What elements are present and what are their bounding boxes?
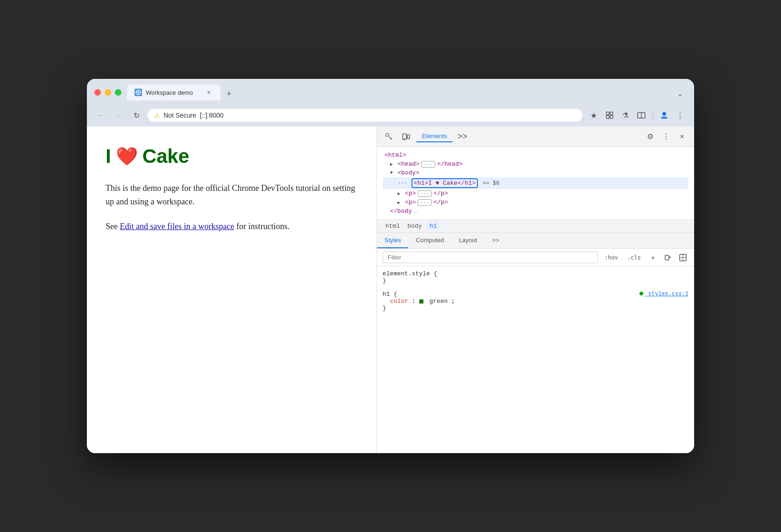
tab-styles[interactable]: Styles [377, 233, 408, 248]
heading-suffix: Cake [142, 145, 189, 168]
styles-tabs: Styles Computed Layout >> [377, 233, 694, 249]
forward-button[interactable]: → [112, 109, 125, 122]
p2-ellipsis[interactable]: ··· [418, 199, 432, 206]
dom-body-line[interactable]: ▼ <body> [383, 168, 689, 177]
tab-layout[interactable]: Layout [451, 233, 484, 248]
bookmark-icon[interactable]: ★ [587, 109, 600, 122]
tab-favicon [135, 89, 142, 96]
inspect-element-icon[interactable] [677, 252, 689, 263]
devtools-panel: Elements >> ⚙ ⋮ × <html> ▶ [376, 126, 694, 453]
title-bar: Workspace demo × + ⌄ [87, 79, 694, 105]
browser-tab[interactable]: Workspace demo × [127, 84, 220, 100]
h1-close-brace: } [383, 305, 689, 312]
address-url: [::]:8000 [200, 112, 224, 119]
breadcrumb-body[interactable]: body [405, 222, 425, 231]
h1-color-prop: color : green ; [383, 298, 689, 305]
reload-button[interactable]: ↻ [130, 109, 143, 122]
breadcrumb-html[interactable]: html [383, 222, 403, 231]
traffic-lights [94, 89, 121, 96]
devtools-toolbar-right: ⚙ ⋮ × [644, 130, 689, 143]
h1-element[interactable]: <h1>I ♥ Cake</h1> [412, 178, 478, 188]
back-button[interactable]: ← [94, 109, 107, 122]
svg-rect-2 [610, 112, 613, 115]
toolbar-icons: ★ ⚗ ⋮ [587, 109, 687, 122]
add-style-button[interactable]: + [647, 252, 659, 263]
tab-computed[interactable]: Computed [408, 233, 451, 248]
element-style-selector: element.style { [383, 270, 689, 277]
dom-head-line[interactable]: ▶ <head> ··· </head> [383, 160, 689, 168]
styles-panel: Styles Computed Layout >> :hov .cls + [377, 233, 694, 453]
workspace-link[interactable]: Edit and save files in a workspace [120, 222, 234, 231]
devtools-more-tabs[interactable]: >> [454, 130, 471, 143]
maximize-button[interactable] [115, 89, 121, 96]
expand-body-icon[interactable]: ▼ [390, 170, 396, 175]
close-button[interactable] [94, 89, 101, 96]
dom-tree: <html> ▶ <head> ··· </head> ▼ <body> ··· [377, 147, 694, 220]
expand-p2-icon[interactable]: ▶ [398, 200, 403, 205]
devtools-more-options[interactable]: ⋮ [660, 130, 673, 143]
h1-selector-line: h1 { styles.css:1 [383, 291, 689, 298]
svg-rect-3 [606, 116, 609, 119]
browser-toolbar: ← → ↻ ⚠ Not Secure [::]:8000 ★ ⚗ [87, 105, 694, 126]
styles-source-link[interactable]: styles.css:1 [639, 291, 689, 297]
h1-line-dots: ··· [398, 180, 408, 187]
page-paragraph-2: See Edit and save files in a workspace f… [106, 220, 358, 233]
minimize-button[interactable] [105, 89, 111, 96]
address-bar[interactable]: ⚠ Not Secure [::]:8000 [148, 109, 582, 122]
dom-body-close-line[interactable]: </body … [383, 207, 689, 216]
element-selector-icon[interactable] [383, 130, 396, 143]
page-content: I ❤️ Cake This is the demo page for the … [87, 126, 376, 453]
head-ellipsis[interactable]: ··· [421, 161, 435, 168]
devtools-toolbar: Elements >> ⚙ ⋮ × [377, 126, 694, 147]
devtools-settings-icon[interactable]: ⚙ [644, 130, 657, 143]
hov-button[interactable]: :hov [602, 253, 621, 262]
styles-filter-input[interactable] [383, 252, 598, 263]
device-toggle-icon[interactable] [399, 130, 412, 143]
expand-p1-icon[interactable]: ▶ [398, 191, 403, 196]
svg-point-11 [404, 138, 405, 139]
color-swatch-green[interactable] [419, 299, 424, 304]
menu-icon[interactable]: ⋮ [674, 109, 687, 122]
security-warning-icon: ⚠ [154, 112, 160, 119]
dom-html-line[interactable]: <html> [383, 151, 689, 160]
split-view-icon[interactable] [635, 109, 648, 122]
cls-button[interactable]: .cls [625, 253, 644, 262]
dom-p2-line[interactable]: ▶ <p> ··· </p> [383, 198, 689, 207]
element-style-close: } [383, 277, 689, 284]
devtools-close-icon[interactable]: × [675, 130, 689, 143]
svg-rect-12 [665, 255, 669, 260]
tab-title: Workspace demo [146, 89, 201, 96]
page-paragraph-1: This is the demo page for the official C… [106, 182, 358, 209]
dom-h1-line[interactable]: ··· <h1>I ♥ Cake</h1> == $0 [383, 177, 689, 189]
tab-elements[interactable]: Elements [416, 131, 453, 142]
svg-rect-8 [386, 133, 389, 136]
heart-icon: ❤️ [116, 146, 138, 167]
breadcrumb-h1[interactable]: h1 [426, 222, 440, 231]
svg-rect-4 [610, 116, 613, 119]
not-secure-label: Not Secure [163, 112, 196, 119]
styles-filter-row: :hov .cls + [377, 249, 694, 266]
svg-point-7 [662, 112, 666, 116]
heading-prefix: I [106, 145, 111, 168]
extensions-icon[interactable] [603, 109, 616, 122]
devtools-tabs: Elements >> [416, 130, 640, 143]
browser-window: Workspace demo × + ⌄ ← → ↻ ⚠ Not Secure … [87, 79, 694, 453]
title-bar-top: Workspace demo × + ⌄ [94, 84, 687, 100]
tabs-row: Workspace demo × + ⌄ [127, 84, 687, 100]
svg-rect-10 [407, 135, 410, 139]
styles-content: element.style { } h1 { st [377, 266, 694, 453]
p1-ellipsis[interactable]: ··· [418, 190, 432, 197]
new-tab-button[interactable]: + [222, 87, 235, 100]
dom-p1-line[interactable]: ▶ <p> ··· </p> [383, 189, 689, 198]
new-style-rule-icon[interactable] [662, 252, 674, 263]
tab-close-button[interactable]: × [205, 88, 213, 97]
tab-dropdown-button[interactable]: ⌄ [674, 87, 687, 100]
labs-icon[interactable]: ⚗ [619, 109, 632, 122]
profile-icon[interactable] [658, 109, 671, 122]
tab-more-styles[interactable]: >> [484, 233, 506, 248]
expand-head-icon[interactable]: ▶ [390, 161, 396, 167]
page-heading: I ❤️ Cake [106, 145, 358, 168]
breadcrumb-bar: html body h1 [377, 220, 694, 233]
toolbar-divider [653, 110, 653, 120]
main-area: I ❤️ Cake This is the demo page for the … [87, 126, 694, 453]
